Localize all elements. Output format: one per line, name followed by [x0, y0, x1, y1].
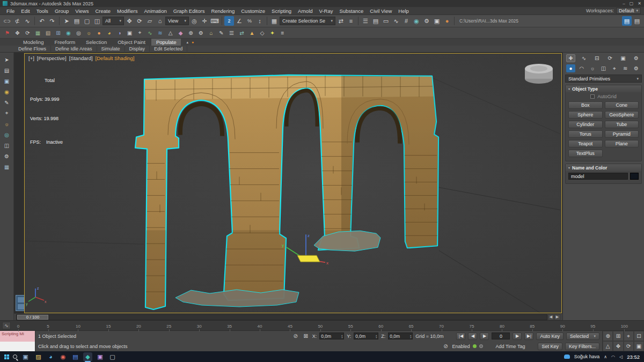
menu-item[interactable]: Civil View [367, 8, 395, 14]
enabled-status-dot[interactable] [473, 344, 477, 348]
flag-tool-icon[interactable]: ⚑ [3, 28, 12, 37]
category-geometry[interactable]: ● [566, 64, 575, 72]
network-icon[interactable]: ◠ [611, 354, 615, 359]
category-shapes[interactable]: ◠ [577, 64, 586, 72]
render-setup-icon[interactable]: ⚙ [422, 16, 431, 26]
primitive-category-dropdown[interactable]: Standard Primitives ▾ [565, 75, 642, 83]
menu-item[interactable]: Arnold [295, 8, 316, 14]
macro-recorder-pane[interactable]: Scripting Mi [0, 331, 35, 342]
menu-item[interactable]: Views [72, 8, 92, 14]
dock-render-icon[interactable]: ◉ [2, 87, 12, 96]
menu-item[interactable]: Modifiers [114, 8, 141, 14]
workspace-dropdown[interactable]: Default ▾ [616, 8, 641, 14]
mute-notifications-icon[interactable]: ⊘ [442, 343, 450, 350]
mini-curve-editor-icon[interactable]: ∿ [2, 322, 11, 329]
set-key-button[interactable]: Set Key [538, 343, 562, 350]
undo-icon[interactable]: ↶ [37, 16, 47, 26]
select-and-rotate-icon[interactable]: ⟳ [135, 16, 144, 26]
half-sphere-icon[interactable]: ◑ [115, 28, 124, 37]
edit-named-sets-icon[interactable]: ▦ [269, 16, 279, 26]
unlink-selection-icon[interactable]: ⊄ [12, 16, 22, 26]
menu-item[interactable]: Customize [238, 8, 268, 14]
time-slider-track[interactable]: 0 / 100 [16, 314, 547, 320]
redo-icon[interactable]: ↷ [47, 16, 57, 26]
named-selection-sets-field[interactable]: Create Selection Se ▾ [280, 17, 335, 25]
panel-utilities-tab[interactable]: ⚙ [632, 54, 641, 62]
category-lights[interactable]: ☼ [588, 64, 597, 72]
primitive-button[interactable]: Sphere [568, 111, 603, 119]
array-tool-icon[interactable]: ⊞ [54, 28, 63, 37]
layer-explorer-icon[interactable]: ▤ [371, 16, 380, 26]
ribbon-minimize-icon[interactable]: ▴ [186, 40, 188, 45]
spinner-icon[interactable]: ▴▾ [341, 334, 343, 338]
dock-tools-icon[interactable]: ⚙ [2, 152, 12, 160]
percent-snap-icon[interactable]: % [245, 16, 254, 26]
populate-panel-button[interactable]: Define Flows [14, 46, 51, 53]
ripple-tool-icon[interactable]: ≋ [156, 28, 165, 37]
project-folder-path[interactable]: C:\Users\RAI...3ds Max 2025 [457, 18, 521, 24]
menu-item[interactable]: Help [395, 8, 412, 14]
spinner-icon[interactable]: ▴▾ [410, 334, 412, 338]
nav-zoom-icon[interactable]: ⊕ [603, 331, 613, 341]
window-crossing-icon[interactable]: ◫ [92, 16, 102, 26]
weather-text[interactable]: Soğuk hava [574, 354, 600, 359]
start-button[interactable] [4, 354, 9, 359]
material-editor-icon[interactable]: ◉ [412, 16, 421, 26]
dock-script-icon[interactable]: ✎ [2, 98, 12, 107]
hidden-icons-chevron[interactable]: ∧ [604, 354, 607, 359]
primitive-button[interactable]: Pyramid [605, 130, 639, 138]
key-filters-button[interactable]: Key Filters... [565, 343, 599, 350]
panel-modify-tab[interactable]: ∿ [579, 54, 588, 62]
dock-snap-icon[interactable]: ⌖ [2, 109, 12, 117]
stone-steps[interactable] [314, 231, 380, 251]
category-cameras[interactable]: ◫ [599, 64, 608, 72]
viewport-menu-shading[interactable]: [Default Shading] [96, 55, 135, 61]
list-tool-icon[interactable]: ☰ [227, 28, 236, 37]
use-pivot-center-icon[interactable]: ◎ [189, 16, 199, 26]
taskbar-file-explorer[interactable]: ▨ [34, 352, 43, 361]
menu-item[interactable]: Graph Editors [170, 8, 208, 14]
taskbar-3dsmax[interactable]: ◆ [83, 352, 92, 361]
nav-pan-icon[interactable]: ✥ [613, 341, 623, 351]
object-name-field[interactable]: model [568, 173, 628, 180]
viewport-menu-standard[interactable]: [Standard] [69, 55, 93, 61]
primitive-button[interactable]: Box [568, 101, 603, 109]
keyboard-override-icon[interactable]: ⌨ [210, 16, 219, 26]
listener-pane[interactable] [0, 342, 35, 351]
wave-tool-icon[interactable]: ∿ [145, 28, 155, 37]
menu-item[interactable]: Scripting [268, 8, 295, 14]
primitive-button[interactable]: Cylinder [568, 121, 603, 128]
tab-selection[interactable]: Selection [81, 39, 112, 46]
frame-tool-icon[interactable]: ▣ [125, 28, 134, 37]
scene-explorer-active-icon[interactable]: ▤ [622, 16, 632, 26]
go-to-start-button[interactable]: |◀ [456, 333, 465, 340]
name-and-color-header[interactable]: ▾ Name and Color [566, 164, 641, 171]
panel-create-tab[interactable]: ✚ [566, 54, 575, 62]
x-coordinate-field[interactable]: 0,0m ▴▾ [319, 333, 344, 339]
select-and-scale-icon[interactable]: ▱ [145, 16, 155, 26]
maximize-button[interactable]: ▢ [630, 1, 634, 6]
populate-panel-button[interactable]: Simulate [97, 46, 125, 53]
taskbar-word[interactable]: ▤ [71, 352, 80, 361]
secondary-status-dot[interactable] [479, 344, 483, 348]
align-icon[interactable]: ≡ [346, 16, 356, 26]
add-circle-icon[interactable]: ⊕ [186, 28, 195, 37]
snaps-toggle-icon[interactable]: 2 [224, 16, 234, 26]
render-production-icon[interactable]: ● [442, 16, 452, 26]
schematic-view-icon[interactable]: # [401, 16, 411, 26]
menu-item[interactable]: Tools [33, 8, 52, 14]
auto-key-button[interactable]: Auto Key [536, 333, 564, 340]
viewport-menu-general[interactable]: [+] [28, 55, 34, 61]
material-ball-icon[interactable]: ◉ [64, 28, 73, 37]
mirror-icon[interactable]: ⇄ [336, 16, 346, 26]
angle-snap-icon[interactable]: ∠ [235, 16, 244, 26]
rubble-debris[interactable] [175, 290, 299, 307]
select-and-manipulate-icon[interactable]: ✛ [200, 16, 209, 26]
curve-editor-icon[interactable]: ∿ [391, 16, 401, 26]
weather-icon[interactable] [564, 354, 570, 359]
menu-item[interactable]: Group [52, 8, 72, 14]
spinner-icon[interactable]: ▴▾ [376, 334, 377, 338]
timeline-ruler[interactable]: ∿ 05101520253035404550556065707580859095… [0, 320, 644, 330]
populate-panel-button[interactable]: Define Idle Areas [51, 46, 97, 53]
category-spacewarps[interactable]: ≋ [621, 64, 630, 72]
